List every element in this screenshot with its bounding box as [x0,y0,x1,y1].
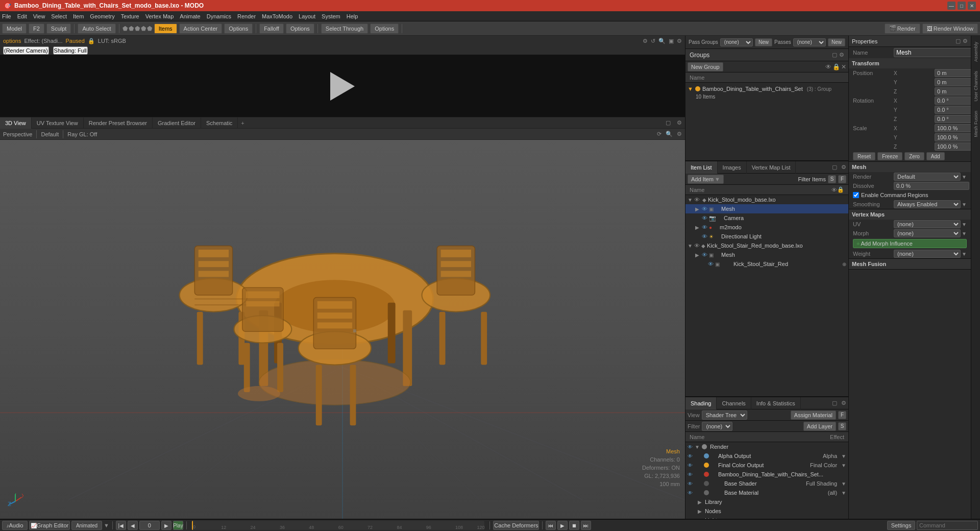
item-settings-icon[interactable]: ⚙ [839,164,848,171]
shader-row-nodes[interactable]: ▶ Nodes [685,506,848,516]
graph-editor-btn[interactable]: 📈 Graph Editor [29,521,70,530]
tab-images[interactable]: Images [718,161,747,174]
menu-render[interactable]: Render [237,13,256,19]
menu-layout[interactable]: Layout [299,13,315,19]
shader-eye-bamboo[interactable]: 👁 [688,472,693,477]
menu-vertexmap[interactable]: Vertex Map [145,13,174,19]
title-bar-controls[interactable]: — □ ✕ [947,2,976,10]
tab-uv-texture[interactable]: UV Texture View [32,117,84,129]
settings-btn[interactable]: Settings [887,521,915,530]
scale-z[interactable] [935,142,971,151]
item-row-m2modo[interactable]: ▶ 👁 ● m2modo [685,223,848,232]
menu-item[interactable]: Item [73,13,84,19]
sculpt-btn[interactable]: Sculpt [46,23,71,34]
shading-settings-icon[interactable]: ⚙ [839,400,848,406]
tab-gradient[interactable]: Gradient Editor [153,117,201,129]
uv-select[interactable]: (none) [894,220,961,228]
lights-expand[interactable]: ▶ [698,518,703,519]
cache-deformers-btn[interactable]: Cache Deformers [493,521,539,530]
item-expand-m2[interactable]: ▶ [695,225,700,230]
render-camera-btn[interactable]: (Render Camera) [3,46,49,55]
dropdown-arrow[interactable]: ▼ [104,522,109,528]
morph-select[interactable]: (none) [894,229,961,237]
prev-frame-btn[interactable]: ◀ [128,521,138,530]
menu-help[interactable]: Help [347,13,358,19]
rp-icon-2[interactable]: ↺ [651,38,655,44]
falloff-btn[interactable]: Falloff [259,23,284,34]
shader-eye-alpha[interactable]: 👁 [688,453,693,459]
menu-edit[interactable]: Edit [17,13,27,19]
shader-row-library[interactable]: ▶ Library [685,497,848,506]
shader-row-mat[interactable]: 👁 Base Material (all) ▼ [685,488,848,497]
frame-input[interactable] [139,521,160,530]
transport-ff[interactable]: ⏭ [581,521,591,530]
shader-row-final[interactable]: 👁 Final Color Output Final Color ▼ [685,461,848,470]
play-btn[interactable]: Play [173,521,183,530]
shading-expand-icon[interactable]: ▢ [830,400,839,406]
reset-btn[interactable]: Reset [853,152,875,160]
item-expand-m1[interactable]: ▶ [695,206,700,212]
item-vis-cam[interactable]: 👁 [702,215,707,221]
tab-schematic[interactable]: Schematic [201,117,238,129]
render-expand[interactable]: ▼ [695,444,700,450]
select-through-btn[interactable]: Select Through [321,23,368,34]
transform-header[interactable]: Transform [849,58,971,68]
transport-rew[interactable]: ⏮ [546,521,556,530]
skip-start-btn[interactable]: |◀ [116,521,126,530]
vp-settings2-icon[interactable]: ⚙ [677,131,682,137]
shading-btn[interactable]: Shading: Full [53,46,88,55]
props-expand-icon[interactable]: ▢ [955,38,961,44]
tab-shading[interactable]: Shading [685,397,717,409]
shader-row-lights[interactable]: ▶ Lights [685,516,848,519]
play-render-btn[interactable] [327,71,358,102]
item-vis-2[interactable]: 👁 [694,243,700,249]
zero-btn[interactable]: Zero [904,152,924,160]
menu-dynamics[interactable]: Dynamics [207,13,231,19]
item-expand-icon[interactable]: ▢ [830,164,839,171]
group-expand-icon[interactable]: ▼ [688,86,693,92]
menu-animate[interactable]: Animate [180,13,200,19]
render-select[interactable]: Default [894,173,961,181]
default-btn[interactable]: Default [41,131,59,137]
freeze-btn[interactable]: Freeze [877,152,902,160]
tab-user-channels[interactable]: User Channels [972,67,979,106]
shader-s-btn[interactable]: S [838,422,846,430]
perspective-btn[interactable]: Perspective [3,131,32,137]
rp-icon-4[interactable]: ▣ [669,38,674,44]
next-frame-btn[interactable]: ▶ [161,521,172,530]
scale-y[interactable] [935,133,971,141]
tab-channels[interactable]: Channels [717,397,751,409]
weight-select[interactable]: (none) [894,250,961,258]
model-btn[interactable]: Model [2,23,27,34]
item-row-stair[interactable]: 👁 ▣ Kick_Stool_Stair_Red ⊕ [685,259,848,269]
item-expand-1[interactable]: ▼ [688,197,693,203]
item-vis-light[interactable]: 👁 [702,233,707,239]
groups-icon-1[interactable]: 👁 [825,63,831,70]
item-row-scene1[interactable]: ▼ 👁 ◆ Kick_Stool_modo_base.lxo [685,195,848,204]
add-btn[interactable]: Add [926,152,945,160]
menu-geometry[interactable]: Geometry [90,13,114,19]
transport-stop[interactable]: ⏹ [569,521,579,530]
rotation-y[interactable] [935,106,971,114]
position-z[interactable] [935,87,971,95]
options-text[interactable]: options [3,38,21,44]
nodes-expand[interactable]: ▶ [698,509,703,514]
items-btn[interactable]: Items [154,23,177,34]
rp-icon-3[interactable]: 🔍 [658,38,666,44]
auto-select-btn[interactable]: Auto Select [78,23,115,34]
shader-eye-mat[interactable]: 👁 [688,490,693,496]
props-settings-icon[interactable]: ⚙ [963,38,968,44]
position-x[interactable] [935,69,971,77]
item-expand-2[interactable]: ▼ [688,243,693,249]
passes-new-btn[interactable]: New [828,38,845,46]
tab-vertex-map[interactable]: Vertex Map List [747,161,796,174]
minimize-btn[interactable]: — [947,2,955,10]
shader-eye-final[interactable]: 👁 [688,463,693,468]
animated-btn[interactable]: Animated [71,521,102,530]
item-vis-1[interactable]: 👁 [694,197,700,203]
vp-settings-icon[interactable]: ⚙ [674,119,685,126]
vertex-maps-header[interactable]: Vertex Maps [849,209,971,220]
library-expand[interactable]: ▶ [698,499,703,505]
filter-items-label[interactable]: Filter Items [798,176,826,182]
tab-mesh-fusion-side[interactable]: Mesh Fusion [972,107,979,141]
